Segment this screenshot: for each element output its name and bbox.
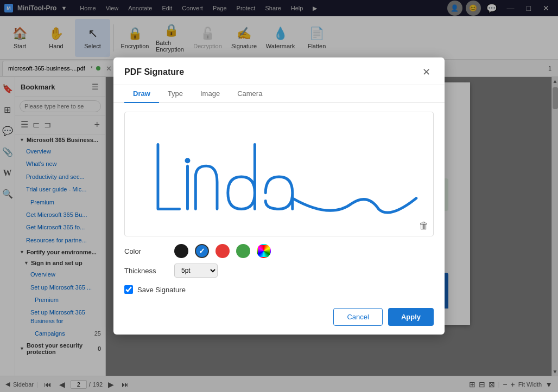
thickness-select[interactable]: 5pt 1pt 2pt 3pt 4pt 6pt 7pt 8pt (174, 264, 218, 278)
modal-close-button[interactable]: ✕ (419, 65, 434, 79)
thickness-row: Thickness 5pt 1pt 2pt 3pt 4pt 6pt 7pt 8p… (124, 264, 434, 278)
cancel-button[interactable]: Cancel (333, 308, 382, 326)
modal-tab-draw[interactable]: Draw (124, 85, 159, 103)
color-gradient[interactable] (257, 244, 271, 258)
thickness-label: Thickness (124, 267, 168, 275)
modal-body: 🗑 Color ✓ Thickness 5pt 1pt 2pt 3pt (113, 103, 445, 303)
apply-button[interactable]: Apply (388, 308, 434, 326)
color-row: Color ✓ (124, 244, 434, 258)
modal-tab-camera[interactable]: Camera (229, 85, 271, 103)
save-signature-row: Save Signature (124, 285, 434, 294)
color-green[interactable] (236, 244, 250, 258)
modal-header: PDF Signature ✕ (113, 57, 445, 85)
delete-signature-icon[interactable]: 🗑 (419, 220, 429, 232)
modal-tab-type[interactable]: Type (159, 85, 192, 103)
color-blue[interactable]: ✓ (195, 244, 209, 258)
signature-svg (125, 112, 433, 236)
pdf-signature-modal: PDF Signature ✕ Draw Type Image Camera (113, 57, 445, 335)
modal-overlay: PDF Signature ✕ Draw Type Image Camera (0, 0, 558, 392)
signature-canvas[interactable]: 🗑 (124, 112, 434, 236)
modal-footer: Cancel Apply (113, 303, 445, 335)
color-label: Color (124, 247, 168, 255)
save-signature-checkbox[interactable] (124, 285, 133, 294)
modal-title: PDF Signature (124, 67, 184, 77)
color-black[interactable] (174, 244, 188, 258)
modal-tabs: Draw Type Image Camera (113, 85, 445, 103)
svg-point-0 (185, 158, 191, 163)
modal-tab-image[interactable]: Image (192, 85, 229, 103)
save-signature-label: Save Signature (137, 286, 186, 294)
color-red[interactable] (215, 244, 230, 258)
